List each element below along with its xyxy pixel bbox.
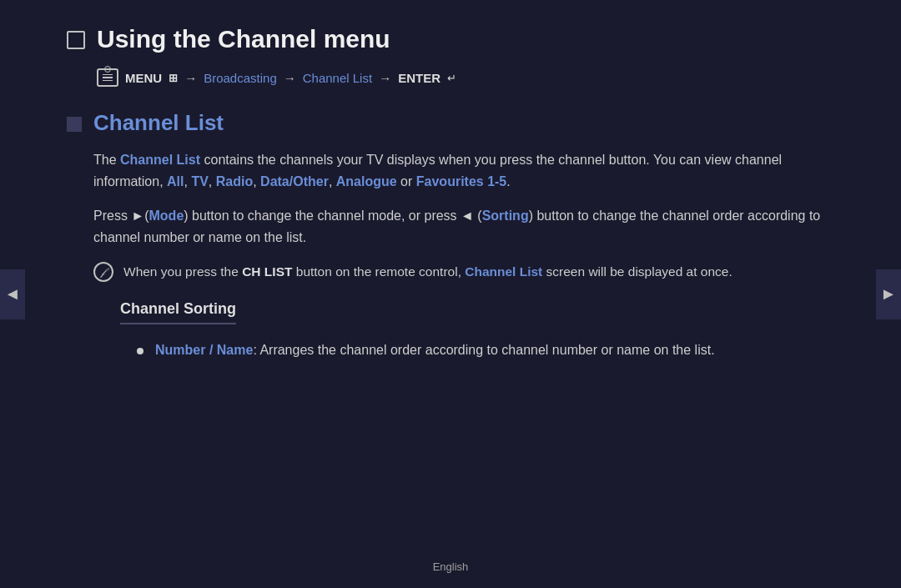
favourites-ref: Favourites 1-5 bbox=[416, 174, 506, 188]
main-heading: Using the Channel menu bbox=[67, 25, 834, 53]
bullet-item-text-1: Number / Name: Arranges the channel orde… bbox=[155, 339, 715, 361]
all-ref: All bbox=[167, 174, 184, 188]
arrow-2: → bbox=[284, 71, 296, 85]
footer-text: English bbox=[433, 560, 469, 573]
paragraph-2: Press ►(Mode) button to change the chann… bbox=[93, 205, 834, 249]
channel-list-heading-text: Channel List bbox=[93, 110, 224, 136]
enter-symbol: ↵ bbox=[447, 72, 456, 84]
arrow-3: → bbox=[379, 71, 391, 85]
channel-sorting-section: Channel Sorting Number / Name: Arranges … bbox=[93, 300, 834, 361]
data-other-ref: Data/Other bbox=[260, 174, 329, 188]
channel-sorting-heading: Channel Sorting bbox=[120, 300, 236, 324]
filled-square-icon bbox=[67, 117, 82, 132]
paragraph-1: The Channel List contains the channels y… bbox=[93, 149, 834, 193]
nav-arrow-right[interactable]: ► bbox=[876, 269, 901, 319]
checkbox-icon bbox=[67, 31, 85, 49]
bullet-list: Number / Name: Arranges the channel orde… bbox=[137, 339, 834, 361]
number-name-label: Number / Name bbox=[155, 343, 253, 357]
tv-ref: TV bbox=[191, 174, 208, 188]
analogue-ref: Analogue bbox=[336, 174, 397, 188]
main-heading-text: Using the Channel menu bbox=[97, 25, 390, 53]
left-arrow-symbol: ◄ bbox=[4, 284, 21, 304]
channel-list-ref-1: Channel List bbox=[120, 153, 200, 167]
bullet-item-1: Number / Name: Arranges the channel orde… bbox=[137, 339, 834, 361]
arrow-1: → bbox=[184, 71, 197, 85]
broadcasting-label: Broadcasting bbox=[204, 71, 277, 85]
page-background: Using the Channel menu MENU⊞ → Broadcast… bbox=[0, 0, 901, 588]
menu-path: MENU⊞ → Broadcasting → Channel List → EN… bbox=[97, 68, 834, 87]
note-text: When you press the CH LIST button on the… bbox=[123, 261, 732, 283]
radio-ref: Radio bbox=[216, 174, 253, 188]
nav-arrow-left[interactable]: ◄ bbox=[0, 269, 25, 319]
channel-list-section-heading: Channel List bbox=[67, 110, 834, 136]
channel-list-label: Channel List bbox=[303, 71, 372, 85]
enter-label: ENTER bbox=[398, 71, 440, 85]
bullet-dot-1 bbox=[137, 348, 143, 354]
note-icon: 𝒻 bbox=[93, 262, 113, 282]
menu-line-2 bbox=[103, 77, 113, 78]
sorting-ref: Sorting bbox=[482, 209, 529, 223]
menu-icon bbox=[97, 68, 118, 87]
menu-icon-lines bbox=[103, 74, 113, 82]
menu-label: MENU bbox=[125, 71, 162, 85]
mode-ref: Mode bbox=[149, 209, 184, 223]
footer: English bbox=[0, 560, 901, 573]
note-section: 𝒻 When you press the CH LIST button on t… bbox=[93, 261, 834, 283]
menu-line-3 bbox=[103, 80, 113, 82]
menu-line-1 bbox=[103, 74, 113, 76]
menu-grid-symbol: ⊞ bbox=[169, 72, 178, 84]
channel-list-ref-2: Channel List bbox=[465, 264, 542, 279]
right-arrow-symbol: ► bbox=[880, 284, 897, 304]
ch-list-bold: CH LIST bbox=[242, 264, 292, 279]
